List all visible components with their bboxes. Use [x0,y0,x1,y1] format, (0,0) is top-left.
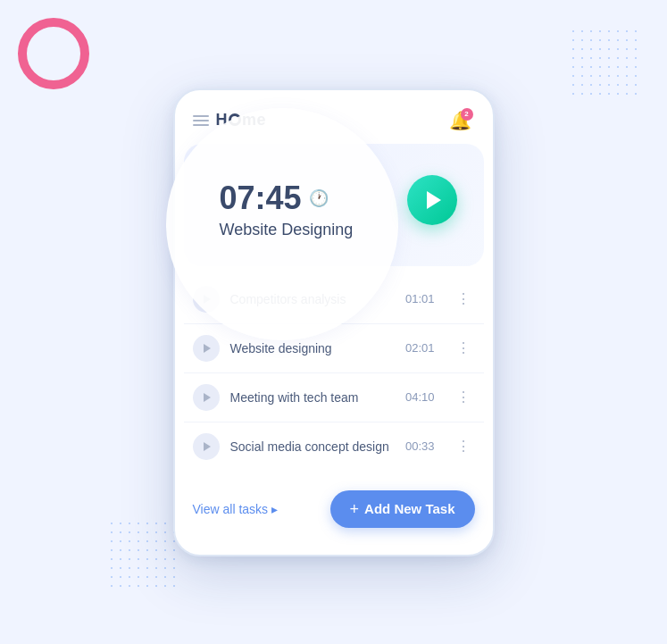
dot-grid-top-right [569,27,640,98]
hero-content: 07:45 🕐 Website Designing [202,153,354,248]
current-time-display: 07:45 🕐 [220,180,354,217]
view-all-tasks-link[interactable]: View all tasks ▸ [193,502,279,516]
hero-play-button[interactable] [407,175,457,225]
task-menu-button-3[interactable]: ⋮ [453,436,475,456]
pink-circle-decoration [18,18,89,89]
dot-grid-bottom-left [107,519,179,590]
task-play-button-3[interactable] [193,433,220,460]
task-name-1: Website designing [230,341,395,355]
task-menu-button-1[interactable]: ⋮ [453,338,475,358]
task-time-2: 04:10 [405,390,435,404]
add-new-task-button[interactable]: + Add New Task [330,490,475,528]
task-time-3: 00:33 [405,439,435,453]
menu-icon[interactable] [193,115,209,126]
task-menu-button-2[interactable]: ⋮ [453,387,475,407]
task-play-button-1[interactable] [193,335,220,362]
task-time-0: 01:01 [405,292,435,305]
task-item: Meeting with tech team 04:10 ⋮ [184,373,484,422]
task-play-button-2[interactable] [193,384,220,411]
task-time-1: 02:01 [405,341,435,355]
task-item: Website designing 02:01 ⋮ [184,324,484,373]
plus-icon: + [350,501,360,517]
active-task-name: Website Designing [220,221,354,239]
task-name-3: Social media concept design [230,439,395,454]
view-all-label: View all tasks [193,502,269,516]
add-task-label: Add New Task [364,501,454,516]
time-value: 07:45 [220,180,302,217]
task-menu-button-0[interactable]: ⋮ [453,289,475,309]
hero-section: 07:45 🕐 Website Designing [184,144,484,266]
notification-badge: 2 [461,108,473,121]
task-item: Social media concept design 00:33 ⋮ [184,422,484,471]
clock-icon: 🕐 [309,188,329,208]
phone-card: Hme 🔔 2 07:45 🕐 Website Designing Compet… [173,88,495,556]
task-name-2: Meeting with tech team [230,390,395,405]
notification-bell-button[interactable]: 🔔 2 [446,106,475,135]
view-all-arrow: ▸ [271,502,278,516]
footer: View all tasks ▸ + Add New Task [175,476,493,528]
